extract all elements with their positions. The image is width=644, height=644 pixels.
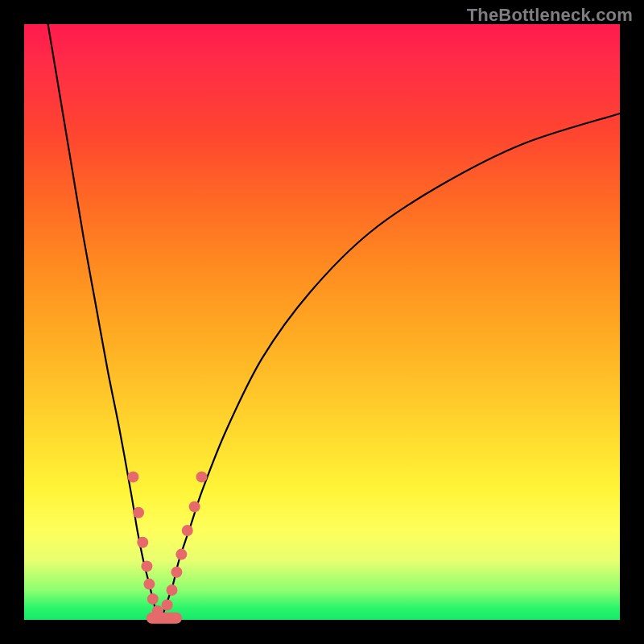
watermark-text: TheBottleneck.com — [467, 5, 633, 26]
data-marker — [189, 501, 200, 512]
marker-group — [127, 471, 207, 617]
data-marker — [141, 560, 152, 572]
data-marker — [143, 579, 155, 590]
data-marker — [137, 537, 148, 548]
data-marker — [127, 471, 138, 482]
data-marker — [182, 525, 193, 536]
data-marker — [196, 471, 208, 482]
data-marker — [133, 507, 144, 518]
curve-layer — [24, 24, 620, 620]
data-marker — [167, 584, 178, 596]
data-marker — [147, 593, 159, 605]
right-branch-curve — [161, 114, 620, 620]
data-marker — [162, 600, 173, 611]
bottom-capsule-marker — [147, 613, 182, 624]
data-marker — [171, 567, 182, 578]
left-branch-curve — [48, 24, 162, 620]
plot-area — [24, 24, 620, 620]
chart-frame: TheBottleneck.com — [0, 0, 644, 644]
data-marker — [175, 549, 187, 560]
